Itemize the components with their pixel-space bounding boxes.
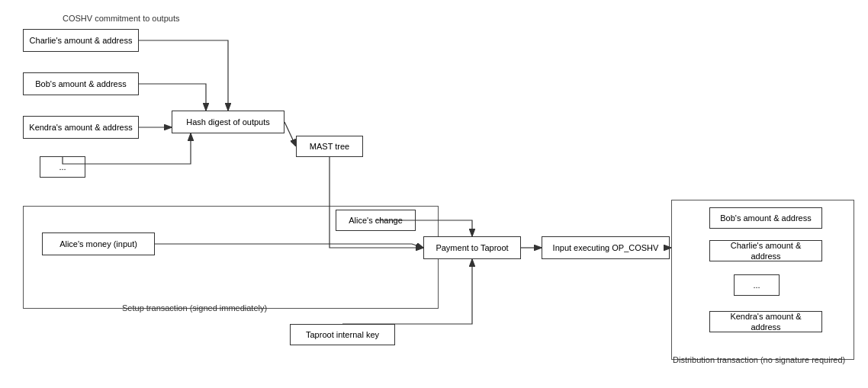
alices-money-box: Alice's money (input) bbox=[42, 232, 155, 255]
bobs-box: Bob's amount & address bbox=[23, 72, 139, 95]
input-executing-box: Input executing OP_COSHV bbox=[542, 236, 670, 259]
dist-bobs-box: Bob's amount & address bbox=[709, 207, 822, 229]
kendras-box: Kendra's amount & address bbox=[23, 116, 139, 139]
setup-transaction-label: Setup transaction (signed immediately) bbox=[122, 303, 267, 313]
alices-change-box: Alice's change bbox=[336, 210, 416, 231]
charlies-box: Charlie's amount & address bbox=[23, 29, 139, 52]
hash-digest-box: Hash digest of outputs bbox=[172, 111, 285, 133]
payment-to-taproot-box: Payment to Taproot bbox=[423, 236, 521, 259]
taproot-internal-box: Taproot internal key bbox=[290, 324, 395, 345]
dist-charlies-box: Charlie's amount & address bbox=[709, 240, 822, 261]
dist-ellipsis-box: ... bbox=[734, 274, 780, 296]
mast-tree-box: MAST tree bbox=[296, 136, 363, 157]
distribution-transaction-label: Distribution transaction (no signature r… bbox=[673, 355, 845, 364]
diagram: COSHV commitment to outputs Charlie's am… bbox=[0, 0, 868, 388]
dist-kendras-box: Kendra's amount & address bbox=[709, 311, 822, 332]
coshv-label: COSHV commitment to outputs bbox=[63, 14, 179, 23]
svg-line-2 bbox=[285, 122, 296, 146]
ellipsis-left: ... bbox=[40, 156, 85, 178]
